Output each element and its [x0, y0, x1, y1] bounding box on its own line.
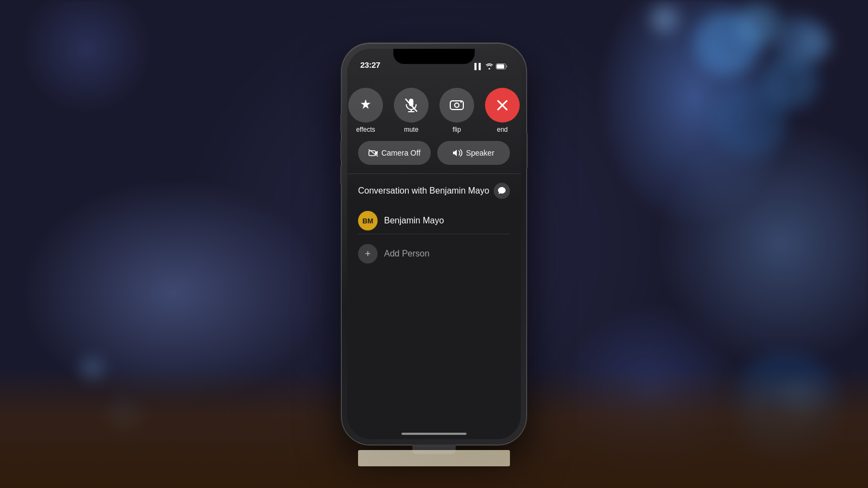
contact-entry: BM Benjamin Mayo [358, 208, 510, 234]
mute-label: mute [404, 126, 419, 133]
control-buttons-row: effects [358, 88, 510, 133]
flip-icon-circle [439, 88, 474, 123]
home-indicator[interactable] [401, 433, 467, 435]
status-time: 23:27 [360, 60, 380, 69]
avatar-initials: BM [362, 217, 373, 225]
camera-off-button[interactable]: Camera Off [358, 141, 431, 165]
effects-label: effects [356, 126, 375, 133]
plus-icon: + [365, 248, 371, 260]
battery-icon [496, 63, 508, 69]
svg-rect-1 [497, 64, 505, 68]
svg-rect-11 [369, 151, 375, 156]
conversation-title: Conversation with Benjamin Mayo [358, 186, 489, 196]
desk-paper [358, 450, 510, 466]
add-person-icon: + [358, 244, 378, 264]
screen-content: effects [347, 49, 521, 439]
svg-point-8 [461, 101, 462, 103]
wide-buttons-row: Camera Off Speaker [358, 141, 510, 165]
speaker-button[interactable]: Speaker [437, 141, 510, 165]
add-person-button[interactable]: + Add Person [358, 241, 510, 267]
speaker-label: Speaker [466, 149, 494, 157]
flip-icon [449, 99, 464, 112]
end-button[interactable]: end [485, 88, 520, 133]
contact-avatar: BM [358, 211, 378, 230]
end-icon-circle [485, 88, 520, 123]
mute-icon-circle [394, 88, 429, 123]
phone-device: 23:27 ▌▌ [342, 43, 526, 445]
effects-button[interactable]: effects [348, 88, 383, 133]
call-controls-area: effects [347, 81, 521, 174]
mute-icon [404, 98, 418, 113]
end-icon [495, 98, 509, 112]
contact-name: Benjamin Mayo [384, 216, 444, 226]
flip-button[interactable]: flip [439, 88, 474, 133]
conversation-header: Conversation with Benjamin Mayo [358, 183, 510, 199]
mute-button[interactable]: mute [394, 88, 429, 133]
message-icon-button[interactable] [494, 183, 510, 199]
end-label: end [497, 126, 508, 133]
effects-icon-circle [348, 88, 383, 123]
wifi-icon [486, 63, 493, 69]
message-bubble-icon [497, 187, 506, 195]
signal-icon: ▌▌ [474, 63, 483, 69]
camera-off-label: Camera Off [381, 149, 420, 157]
flip-label: flip [452, 126, 461, 133]
phone-screen: 23:27 ▌▌ [347, 49, 521, 439]
add-person-label: Add Person [384, 249, 430, 259]
notch [393, 49, 475, 64]
speaker-icon [453, 149, 463, 157]
conversation-section: Conversation with Benjamin Mayo BM Benja… [347, 174, 521, 267]
phone-outer-shell: 23:27 ▌▌ [342, 43, 526, 445]
camera-off-icon [368, 149, 378, 157]
svg-point-7 [455, 103, 459, 107]
effects-icon [358, 98, 373, 113]
status-icons: ▌▌ [474, 63, 508, 69]
